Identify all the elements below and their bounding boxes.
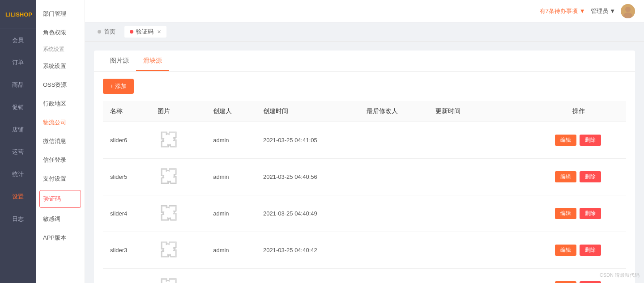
sub-item-oss[interactable]: OSS资源 bbox=[36, 76, 85, 94]
edit-button[interactable]: 编辑 bbox=[555, 171, 576, 182]
tab-image-source[interactable]: 图片源 bbox=[103, 51, 136, 71]
sub-item-region[interactable]: 行政地区 bbox=[36, 94, 85, 113]
puzzle-img bbox=[158, 275, 180, 283]
col-updated: 更新时间 bbox=[428, 101, 532, 122]
nav-item-order[interactable]: 订单 bbox=[0, 51, 36, 74]
cell-created: 2021-03-25 04:41:05 bbox=[256, 122, 359, 159]
cell-updated bbox=[428, 232, 532, 269]
cell-name: slider4 bbox=[103, 195, 150, 232]
cell-image bbox=[150, 159, 206, 195]
puzzle-img bbox=[158, 202, 180, 224]
delete-button[interactable]: 删除 bbox=[580, 208, 601, 219]
table-row: slider3 admin 2021-03-25 04:40:42 编辑 删除 bbox=[103, 232, 626, 269]
col-creator: 创建人 bbox=[206, 101, 256, 122]
topbar-right: 有7条待办事项 ▼ 管理员 ▼ bbox=[540, 4, 635, 18]
cell-modifier bbox=[359, 195, 428, 232]
topbar: 有7条待办事项 ▼ 管理员 ▼ bbox=[85, 0, 644, 22]
watermark: CSDN 请最敲代码 bbox=[600, 272, 640, 279]
cell-name: slider3 bbox=[103, 232, 150, 269]
nav-item-stats[interactable]: 统计 bbox=[0, 163, 36, 186]
cell-created: 2021-03-25 04:40:42 bbox=[256, 232, 359, 269]
cell-created: 2021-03-25 04:40:49 bbox=[256, 195, 359, 232]
col-image: 图片 bbox=[150, 101, 206, 122]
col-modifier: 最后修改人 bbox=[359, 101, 428, 122]
cell-modifier: admin bbox=[359, 269, 428, 283]
col-name: 名称 bbox=[103, 101, 150, 122]
sub-sidebar: 部门管理 角色权限 系统设置 系统设置 OSS资源 行政地区 物流公司 微信消息… bbox=[36, 0, 85, 283]
nav-item-promo[interactable]: 促销 bbox=[0, 96, 36, 118]
col-created: 创建时间 bbox=[256, 101, 359, 122]
cell-actions: 编辑 删除 bbox=[532, 122, 626, 159]
main-area: 有7条待办事项 ▼ 管理员 ▼ 首页 验证码 ✕ bbox=[85, 0, 644, 283]
edit-button[interactable]: 编辑 bbox=[555, 245, 576, 256]
edit-button[interactable]: 编辑 bbox=[555, 281, 576, 283]
table-wrap: 名称 图片 创建人 创建时间 最后修改人 更新时间 操作 slider6 adm… bbox=[94, 101, 635, 283]
delete-button[interactable]: 删除 bbox=[580, 281, 601, 283]
cell-name: slider2 bbox=[103, 269, 150, 283]
cell-image bbox=[150, 195, 206, 232]
sub-item-sysconfig[interactable]: 系统设置 bbox=[36, 57, 85, 76]
sub-item-payment[interactable]: 支付设置 bbox=[36, 169, 85, 188]
cell-creator: admin bbox=[206, 269, 256, 283]
delete-button[interactable]: 删除 bbox=[580, 171, 601, 182]
pending-tasks-btn[interactable]: 有7条待办事项 ▼ bbox=[540, 7, 585, 15]
cell-actions: 编辑 删除 bbox=[532, 232, 626, 269]
cell-created: 2021-03-25 04:40:34 bbox=[256, 269, 359, 283]
svg-point-3 bbox=[625, 7, 631, 12]
pending-text: 有7条待办事项 bbox=[540, 8, 578, 14]
tab-slider-source[interactable]: 滑块源 bbox=[136, 51, 169, 71]
captcha-tab-label: 验证码 bbox=[136, 28, 154, 36]
content-card: 图片源 滑块源 + 添加 名称 图片 创建人 创建时间 最后修改人 bbox=[94, 51, 635, 283]
sub-tabs: 图片源 滑块源 bbox=[94, 51, 635, 72]
sub-item-trust[interactable]: 信任登录 bbox=[36, 151, 85, 169]
cell-creator: admin bbox=[206, 122, 256, 159]
nav-item-ops[interactable]: 运营 bbox=[0, 141, 36, 163]
sub-item-wechat[interactable]: 微信消息 bbox=[36, 132, 85, 151]
nav-item-log[interactable]: 日志 bbox=[0, 208, 36, 230]
sub-item-sys-header: 系统设置 bbox=[36, 42, 85, 57]
puzzle-img bbox=[158, 238, 180, 261]
admin-menu-btn[interactable]: 管理员 ▼ bbox=[591, 7, 616, 15]
cell-image bbox=[150, 232, 206, 269]
home-tab-label: 首页 bbox=[104, 28, 115, 36]
content-area: 图片源 滑块源 + 添加 名称 图片 创建人 创建时间 最后修改人 bbox=[85, 42, 644, 283]
sub-item-role[interactable]: 角色权限 bbox=[36, 23, 85, 42]
tab-close-icon[interactable]: ✕ bbox=[157, 29, 161, 35]
cell-creator: admin bbox=[206, 159, 256, 195]
table-row: slider5 admin 2021-03-25 04:40:56 编辑 删除 bbox=[103, 159, 626, 195]
table-row: slider2 admin 2021-03-25 04:40:34 admin … bbox=[103, 269, 626, 283]
sub-item-dept[interactable]: 部门管理 bbox=[36, 4, 85, 23]
sub-item-logistics[interactable]: 物流公司 bbox=[36, 113, 85, 132]
sub-item-appver[interactable]: APP版本 bbox=[36, 228, 85, 247]
delete-button[interactable]: 删除 bbox=[580, 135, 601, 146]
add-button[interactable]: + 添加 bbox=[103, 79, 134, 94]
edit-button[interactable]: 编辑 bbox=[555, 208, 576, 219]
cell-actions: 编辑 删除 bbox=[532, 159, 626, 195]
nav-item-settings[interactable]: 设置 bbox=[0, 186, 36, 208]
cell-updated bbox=[428, 195, 532, 232]
nav-item-product[interactable]: 商品 bbox=[0, 74, 36, 96]
delete-button[interactable]: 删除 bbox=[580, 245, 601, 256]
tab-captcha[interactable]: 验证码 ✕ bbox=[124, 26, 166, 38]
table-row: slider4 admin 2021-03-25 04:40:49 编辑 删除 bbox=[103, 195, 626, 232]
nav-item-store[interactable]: 店铺 bbox=[0, 118, 36, 141]
pending-arrow: ▼ bbox=[580, 8, 585, 14]
edit-button[interactable]: 编辑 bbox=[555, 135, 576, 146]
avatar[interactable] bbox=[621, 4, 635, 18]
toolbar: + 添加 bbox=[94, 72, 635, 101]
cell-modifier bbox=[359, 159, 428, 195]
admin-label: 管理员 bbox=[591, 8, 608, 14]
cell-updated bbox=[428, 122, 532, 159]
puzzle-img bbox=[158, 128, 180, 151]
captcha-tab-dot bbox=[130, 30, 133, 34]
sub-item-sensitive[interactable]: 敏感词 bbox=[36, 210, 85, 228]
cell-modifier bbox=[359, 122, 428, 159]
cell-updated bbox=[428, 159, 532, 195]
tab-home[interactable]: 首页 bbox=[92, 26, 121, 38]
admin-arrow: ▼ bbox=[610, 8, 615, 14]
cell-image bbox=[150, 122, 206, 159]
cell-actions: 编辑 删除 bbox=[532, 195, 626, 232]
sub-item-captcha[interactable]: 验证码 bbox=[39, 190, 81, 208]
nav-item-member[interactable]: 会员 bbox=[0, 29, 36, 51]
col-action: 操作 bbox=[532, 101, 626, 122]
